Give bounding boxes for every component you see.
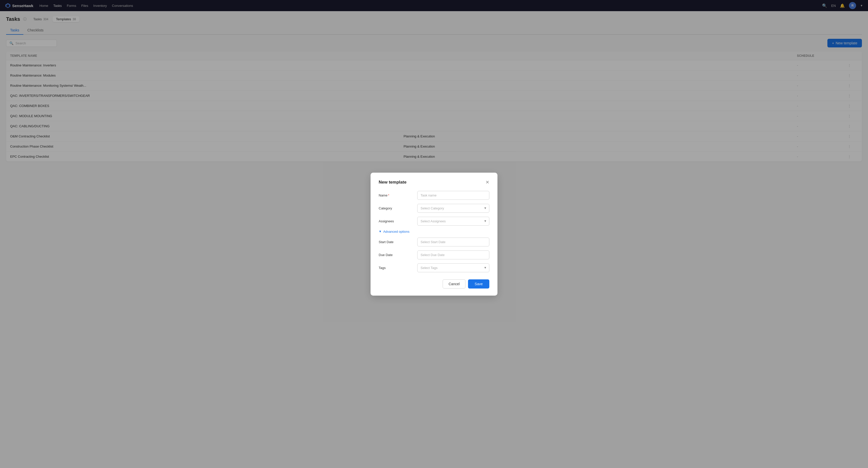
chevron-down-icon: ▼: [379, 230, 382, 233]
due-date-label: Due Date: [379, 253, 414, 257]
advanced-options-toggle[interactable]: ▼ Advanced options: [379, 230, 409, 233]
name-input[interactable]: [417, 191, 489, 200]
name-field-row: Name*: [379, 191, 489, 200]
tags-select-wrapper: Select Tags ▼: [417, 263, 489, 272]
due-date-field-row: Due Date: [379, 250, 489, 259]
assignees-select-wrapper: Select Assignees ▼: [417, 217, 489, 226]
category-select-wrapper: Select Category ▼: [417, 204, 489, 213]
category-label: Category: [379, 206, 414, 210]
start-date-field-row: Start Date: [379, 238, 489, 246]
name-label: Name*: [379, 194, 414, 197]
due-date-input[interactable]: [417, 250, 489, 259]
modal-footer: Cancel Save: [379, 279, 489, 289]
category-field-row: Category Select Category ▼: [379, 204, 489, 213]
modal-close-button[interactable]: ✕: [486, 180, 489, 185]
modal-header: New template ✕: [379, 180, 489, 185]
advanced-options-label: Advanced options: [383, 230, 409, 233]
tags-label: Tags: [379, 266, 414, 270]
assignees-field-row: Assignees Select Assignees ▼: [379, 217, 489, 226]
save-button[interactable]: Save: [468, 279, 489, 289]
cancel-button[interactable]: Cancel: [443, 279, 465, 289]
assignees-select[interactable]: Select Assignees: [417, 217, 489, 226]
modal-title: New template: [379, 180, 407, 185]
category-select[interactable]: Select Category: [417, 204, 489, 213]
start-date-label: Start Date: [379, 240, 414, 244]
modal-overlay[interactable]: New template ✕ Name* Category Select Cat…: [0, 0, 868, 468]
assignees-label: Assignees: [379, 219, 414, 223]
tags-field-row: Tags Select Tags ▼: [379, 263, 489, 272]
start-date-input[interactable]: [417, 238, 489, 246]
tags-select[interactable]: Select Tags: [417, 263, 489, 272]
new-template-modal: New template ✕ Name* Category Select Cat…: [371, 173, 497, 296]
